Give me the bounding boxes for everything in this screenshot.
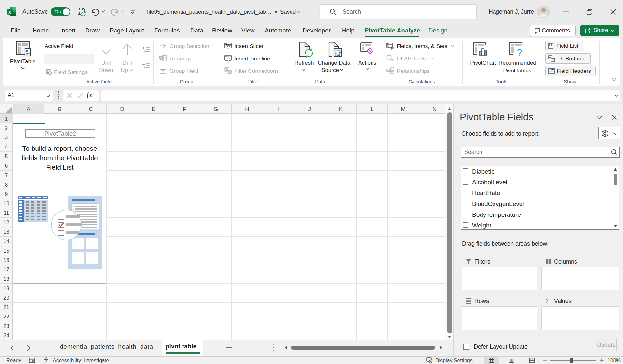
svg-text:X: X xyxy=(8,10,11,15)
svg-text:?: ? xyxy=(517,47,522,58)
svg-text:fx: fx xyxy=(391,58,394,62)
svg-text:7: 7 xyxy=(162,70,164,73)
svg-text:fx: fx xyxy=(391,46,394,50)
